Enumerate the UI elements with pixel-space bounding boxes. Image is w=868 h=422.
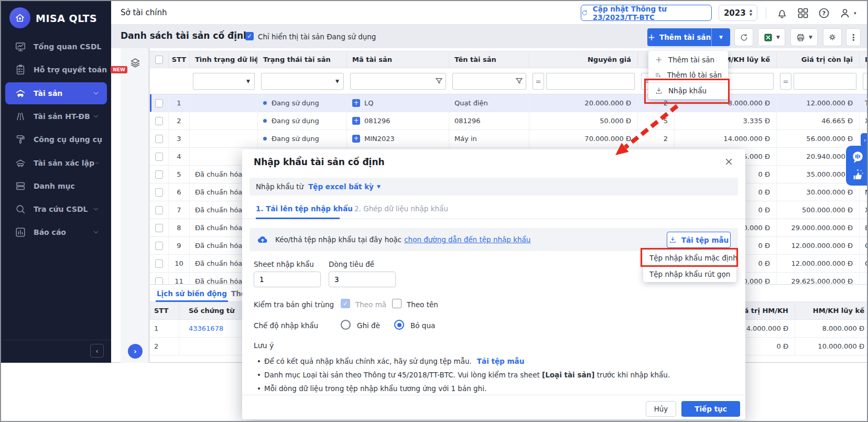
expand-icon[interactable]: + xyxy=(352,99,360,107)
browse-file-link[interactable]: chọn đường dẫn đến tệp nhập khẩu xyxy=(404,235,530,244)
sidebar-item-road[interactable]: Tài sản HT-ĐB xyxy=(5,105,107,127)
row-checkbox[interactable] xyxy=(155,170,163,179)
table-row[interactable]: 2Đang sử dụng+08129608129650.000 Đ53.335… xyxy=(150,112,867,130)
sidebar-item-roller[interactable]: Công cụ dụng cụ xyxy=(5,128,107,150)
sidebar-item-asset[interactable]: Tài sản xyxy=(5,82,107,104)
filter-input-cost[interactable] xyxy=(546,73,635,90)
sidebar-item-asset-established[interactable]: Tài sản xác lập xyxy=(5,152,107,174)
dropzone[interactable]: Kéo/thả tệp nhập khẩu tại đây hoặc chọn … xyxy=(249,228,738,251)
continue-button[interactable]: Tiếp tục xyxy=(681,401,740,417)
dup-by-code-checkbox[interactable]: ✓ xyxy=(341,299,350,308)
status-dot xyxy=(263,101,267,105)
row-checkbox[interactable] xyxy=(155,188,163,197)
sidebar-item-report[interactable]: Báo cáo xyxy=(5,221,107,243)
sidebar-item-clipboard[interactable]: Hỗ trợ quyết toán NEW xyxy=(5,59,107,81)
settings-button[interactable] xyxy=(823,28,842,46)
sidebar-item-dashboard[interactable]: Tổng quan CSDL xyxy=(5,36,107,58)
column-header-data_status[interactable]: Tình trạng dữ liệu xyxy=(190,51,258,68)
import-from-select[interactable]: Tệp excel bất kỳ xyxy=(308,182,374,191)
download-template-link[interactable]: Tải tệp mẫu xyxy=(477,357,524,365)
sidebar-item-lookup[interactable]: Tra cứu CSDL xyxy=(5,198,107,220)
sidebar-item-catalog[interactable]: Danh mục xyxy=(5,175,107,197)
filter-input-remain[interactable] xyxy=(794,73,856,90)
filter-select-data_status[interactable]: ▼ xyxy=(193,73,255,90)
print-button[interactable]: ▼ xyxy=(790,28,818,46)
apps-grid-icon[interactable] xyxy=(797,7,809,19)
cell-remain: 29.000.000.000 Đ xyxy=(777,219,860,236)
add-asset-dropdown-button[interactable]: ▼ xyxy=(711,28,730,46)
header-row-input[interactable] xyxy=(329,272,396,287)
tab-upload-file[interactable]: 1. Tải lên tệp nhập khẩu xyxy=(256,204,353,213)
expand-icon[interactable]: + xyxy=(352,117,360,125)
menu-item-plus[interactable]: Thêm tài sản xyxy=(648,52,728,67)
user-menu[interactable]: ▾ xyxy=(839,7,856,19)
column-header-code[interactable]: Mã tài sản xyxy=(347,51,449,68)
table-row[interactable]: 1Đang sử dụng+LQQuạt điện20.000.000 Đ28.… xyxy=(150,94,867,112)
sidebar-item-label: Tổng quan CSDL xyxy=(34,42,101,51)
equals-operator[interactable]: = xyxy=(780,73,791,90)
row-checkbox[interactable] xyxy=(155,259,163,268)
feedback-thumbs-up-icon[interactable] xyxy=(851,168,865,182)
expand-icon[interactable]: + xyxy=(352,135,360,143)
template-menu-item-short[interactable]: Tệp nhập khẩu rút gọn xyxy=(643,266,736,282)
chat-icon[interactable] xyxy=(851,150,865,164)
filter-select-status[interactable]: ▼ xyxy=(261,73,344,90)
template-menu-item-default[interactable]: Tệp nhập khẩu mặc định xyxy=(643,250,736,266)
filter-funnel-icon[interactable] xyxy=(515,77,524,85)
menu-item-import[interactable]: Nhập khẩu xyxy=(648,83,728,98)
side-expand-tab[interactable]: › xyxy=(861,133,868,147)
tab-map-data[interactable]: 2. Ghép dữ liệu nhập khẩu xyxy=(354,204,448,213)
cell-cost: 20.000.000 Đ xyxy=(529,94,638,112)
filter-input-cat[interactable] xyxy=(863,73,868,90)
notifications-bell-icon[interactable] xyxy=(776,7,788,19)
table-row[interactable]: 3Đang sử dụng+MIN2023Máy in70.000.000 Đ2… xyxy=(150,130,867,148)
select-all-checkbox[interactable] xyxy=(155,56,163,64)
download-icon xyxy=(669,236,677,244)
download-template-button[interactable]: Tải tệp mẫu xyxy=(667,232,731,248)
column-header-status[interactable]: Trạng thái tài sản xyxy=(258,51,347,68)
row-checkbox[interactable] xyxy=(155,135,163,143)
year-stepper-icon[interactable]: ▲▼ xyxy=(750,9,752,17)
column-header-name[interactable]: Tên tài sản xyxy=(449,51,529,68)
equals-operator[interactable]: = xyxy=(533,73,544,90)
more-options-button[interactable]: ⋮ xyxy=(846,28,861,46)
show-in-use-checkbox[interactable]: ✓ xyxy=(245,32,254,40)
cancel-button[interactable]: Hủy xyxy=(646,401,676,417)
document-link[interactable]: 43361678 xyxy=(189,324,223,332)
mode-skip-radio[interactable] xyxy=(394,320,404,330)
add-asset-button[interactable]: + Thêm tài sản xyxy=(647,28,711,46)
row-checkbox[interactable] xyxy=(155,153,163,161)
column-header-cost[interactable]: Nguyên giá xyxy=(529,51,638,68)
export-excel-button[interactable]: ▼ xyxy=(758,28,785,46)
reload-button[interactable] xyxy=(734,28,753,46)
row-checkbox[interactable] xyxy=(155,224,163,232)
row-checkbox[interactable] xyxy=(155,206,163,214)
close-icon[interactable] xyxy=(724,157,733,166)
filter-cell-code xyxy=(347,73,449,90)
mode-overwrite-radio[interactable] xyxy=(341,320,351,330)
help-icon[interactable]: ? xyxy=(818,7,830,19)
history-column-header-stt[interactable]: STT xyxy=(150,302,179,319)
column-header-stt[interactable]: STT xyxy=(169,51,190,68)
collapse-sidebar-button[interactable]: ‹ xyxy=(90,344,104,358)
row-checkbox[interactable] xyxy=(155,117,163,125)
filter-input-code[interactable] xyxy=(350,73,446,90)
filter-funnel-icon[interactable] xyxy=(435,77,443,85)
column-header-remain[interactable]: Giá trị còn lại xyxy=(777,51,860,68)
dup-by-name-checkbox[interactable] xyxy=(392,299,402,308)
search-icon[interactable] xyxy=(129,78,141,90)
cell-stt: 7 xyxy=(169,201,190,219)
column-header-cat[interactable]: L xyxy=(860,51,868,68)
sheet-input[interactable] xyxy=(254,272,321,287)
update-circular-button[interactable]: Cập nhật Thông tư 23/2023/TT-BTC xyxy=(581,5,712,21)
row-checkbox[interactable] xyxy=(155,277,163,285)
support-widget[interactable] xyxy=(846,146,868,186)
expand-panel-button[interactable]: › xyxy=(128,344,143,359)
history-column-header-accum[interactable]: HM/KH lũy kế xyxy=(795,302,868,319)
menu-item-batch-add[interactable]: Thêm lô tài sản xyxy=(648,67,728,82)
row-checkbox[interactable] xyxy=(155,242,163,250)
layers-icon[interactable] xyxy=(129,57,141,69)
tab-history[interactable]: Lịch sử biến động xyxy=(156,285,228,302)
year-selector[interactable]: 2023 ▲▼ xyxy=(719,5,757,21)
row-checkbox[interactable] xyxy=(155,99,163,107)
